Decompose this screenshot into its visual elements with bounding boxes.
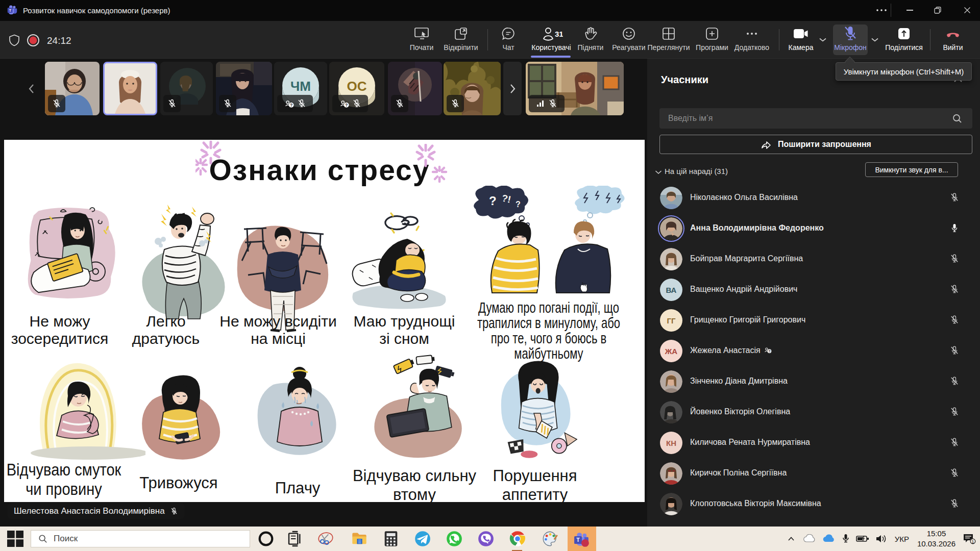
- svg-text:ЧМ: ЧМ: [290, 79, 311, 94]
- svg-text:?: ?: [489, 194, 497, 208]
- svg-text:?: ?: [516, 200, 521, 209]
- svg-text:T: T: [576, 537, 580, 543]
- svg-text:ОС: ОС: [347, 79, 367, 94]
- svg-text:?: ?: [290, 103, 292, 108]
- svg-text:1: 1: [971, 539, 974, 544]
- svg-text:?: ?: [768, 349, 770, 353]
- svg-text:?: ?: [345, 103, 348, 108]
- svg-text:31: 31: [555, 30, 563, 38]
